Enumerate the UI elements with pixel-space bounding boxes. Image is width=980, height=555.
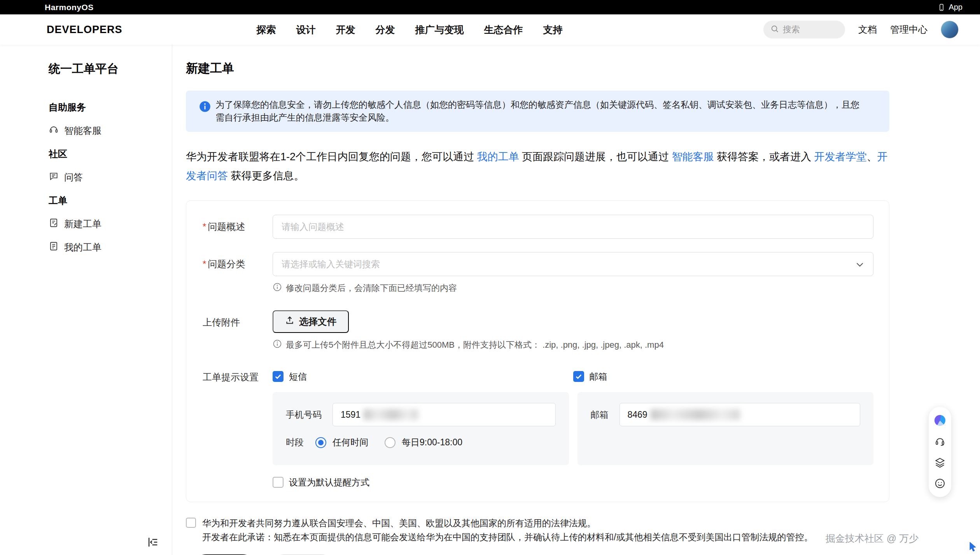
nav-item-develop[interactable]: 开发 — [336, 23, 355, 36]
avatar[interactable] — [941, 21, 959, 39]
harmonyos-brand: HarmonyOS — [45, 3, 94, 12]
radio-daily-unselected[interactable] — [385, 437, 396, 448]
sidebar-item-label: 智能客服 — [64, 124, 102, 137]
smiley-icon[interactable] — [929, 473, 951, 494]
main-content: 新建工单 为了保障您的信息安全，请勿上传您的敏感个人信息（如您的密码等信息）和您… — [172, 45, 980, 555]
phone-redacted-blur — [364, 409, 418, 420]
nav-item-distribute[interactable]: 分发 — [376, 23, 395, 36]
nav-link-docs[interactable]: 文档 — [858, 23, 877, 36]
default-reminder-checkbox[interactable]: 设置为默认提醒方式 — [273, 474, 873, 490]
category-row: *问题分类 请选择或输入关键词搜索 修改问题分类后，会清除下面已经填 — [203, 252, 873, 294]
attachment-field: 选择文件 最多可上传5个附件且总大小不得超过500MB，附件支持以下格式： .z… — [273, 310, 873, 351]
email-panel: 邮箱 8469 — [578, 392, 874, 465]
attachment-note: 最多可上传5个附件且总大小不得超过500MB，附件支持以下格式： .zip, .… — [273, 339, 873, 351]
sms-checkbox[interactable]: 短信 — [273, 369, 573, 384]
collapse-sidebar-icon[interactable] — [146, 536, 159, 549]
service-icon[interactable] — [929, 431, 951, 452]
main-navbar: DEVELOPERS 探索 设计 开发 分发 推广与变现 生态合作 支持 搜索 … — [0, 14, 980, 45]
sidebar-item-smart-service[interactable]: 智能客服 — [49, 119, 172, 142]
juejin-logo-icon[interactable] — [929, 410, 951, 431]
upload-icon — [285, 316, 294, 327]
nav-link-console[interactable]: 管理中心 — [890, 23, 928, 36]
agreement-line-2: 开发者在此承诺：知悉在本页面提供的信息可能会发送给华为在中国的支持团队，并确认待… — [202, 530, 813, 544]
nav-item-design[interactable]: 设计 — [296, 23, 316, 36]
checkbox-checked-icon[interactable] — [273, 371, 284, 382]
agreement-checkbox[interactable] — [186, 518, 196, 528]
link-smart-service[interactable]: 智能客服 — [672, 151, 714, 163]
sidebar-title: 统一工单平台 — [49, 61, 172, 77]
phone-input[interactable]: 1591 — [332, 403, 556, 426]
ticket-form-card: *问题概述 请输入问题概述 *问题分类 请选择或输入关键词搜索 — [186, 200, 889, 502]
phone-icon — [938, 4, 945, 11]
radio-daily-label[interactable]: 每日9:00-18:00 — [402, 436, 462, 448]
choose-file-label: 选择文件 — [299, 315, 336, 328]
headset-icon — [49, 124, 59, 137]
search-placeholder: 搜索 — [783, 24, 800, 35]
search-icon — [770, 25, 779, 35]
attachment-note-text: 最多可上传5个附件且总大小不得超过500MB，附件支持以下格式： .zip, .… — [286, 339, 664, 351]
sidebar-item-new-ticket[interactable]: 新建工单 — [49, 212, 172, 236]
radio-anytime-selected[interactable] — [315, 437, 326, 448]
intro-text: 获得答案，或者进入 — [714, 151, 814, 163]
radio-anytime-label[interactable]: 任何时间 — [332, 436, 368, 448]
floating-toolbar — [929, 407, 951, 497]
security-banner: 为了保障您的信息安全，请勿上传您的敏感个人信息（如您的密码等信息）和您的敏感资产… — [186, 91, 889, 132]
chat-icon — [49, 171, 59, 184]
agreement-text: 华为和开发者共同努力遵从联合国安理会、中国、美国、欧盟以及其他国家的所有适用的法… — [202, 516, 813, 544]
category-select[interactable]: 请选择或输入关键词搜索 — [273, 252, 873, 276]
sidebar-item-my-tickets[interactable]: 我的工单 — [49, 236, 172, 259]
required-asterisk: * — [203, 221, 206, 232]
search-input[interactable]: 搜索 — [763, 21, 845, 39]
intro-text: 、 — [867, 151, 877, 163]
phone-label: 手机号码 — [286, 409, 322, 421]
email-checkbox-label: 邮箱 — [590, 371, 607, 383]
link-dev-academy[interactable]: 开发者学堂 — [814, 151, 867, 163]
nav-item-ecosystem[interactable]: 生态合作 — [484, 23, 523, 36]
intro-text: 华为开发者联盟将在1-2个工作日内回复您的问题，您可以通过 — [186, 151, 477, 163]
screen: HarmonyOS App DEVELOPERS 探索 设计 开发 分发 推广与… — [0, 0, 980, 555]
summary-label: *问题概述 — [203, 215, 273, 239]
attachment-row: 上传附件 选择文件 最多可上传5个附件且总大小不得超过5 — [203, 310, 873, 351]
nav-item-monetize[interactable]: 推广与变现 — [415, 23, 464, 36]
developers-logo[interactable]: DEVELOPERS — [47, 24, 122, 36]
nav-item-explore[interactable]: 探索 — [257, 23, 276, 36]
sidebar-item-label: 问答 — [64, 171, 83, 184]
chevron-down-icon[interactable] — [855, 259, 865, 271]
email-input[interactable]: 8469 — [620, 403, 861, 426]
checkbox-unchecked-icon[interactable] — [273, 477, 284, 488]
top-black-bar: HarmonyOS App — [0, 0, 980, 14]
email-label: 邮箱 — [591, 409, 609, 421]
link-my-tickets[interactable]: 我的工单 — [477, 151, 519, 163]
info-outline-icon — [273, 339, 282, 351]
category-label: *问题分类 — [203, 252, 273, 294]
watermark: 掘金技术社区 @ 万少 — [826, 532, 919, 545]
nav-right-cluster: 搜索 文档 管理中心 — [763, 21, 959, 39]
notify-panels: 手机号码 1591 时段 任何时间 — [273, 392, 873, 465]
notify-row: 工单提示设置 短信 — [203, 369, 873, 490]
new-ticket-icon — [49, 218, 59, 230]
category-note-text: 修改问题分类后，会清除下面已经填写的内容 — [286, 282, 457, 294]
sidebar-group-selfservice: 自助服务 — [49, 96, 172, 119]
sms-panel: 手机号码 1591 时段 任何时间 — [273, 392, 569, 465]
choose-file-button[interactable]: 选择文件 — [273, 310, 349, 333]
app-download-button[interactable]: App — [938, 3, 962, 12]
email-checkbox[interactable]: 邮箱 — [573, 369, 874, 384]
intro-paragraph: 华为开发者联盟将在1-2个工作日内回复您的问题，您可以通过 我的工单 页面跟踪问… — [186, 147, 889, 186]
email-row: 邮箱 8469 — [591, 403, 861, 426]
nav-item-support[interactable]: 支持 — [543, 23, 563, 36]
sidebar-item-qa[interactable]: 问答 — [49, 166, 172, 189]
summary-input[interactable]: 请输入问题概述 — [273, 215, 873, 239]
category-note: 修改问题分类后，会清除下面已经填写的内容 — [273, 282, 873, 294]
phone-row: 手机号码 1591 — [286, 403, 556, 426]
notify-label: 工单提示设置 — [203, 369, 273, 490]
checkbox-checked-icon[interactable] — [573, 371, 584, 382]
agreement-line-1: 华为和开发者共同努力遵从联合国安理会、中国、美国、欧盟以及其他国家的所有适用的法… — [202, 516, 813, 530]
email-redacted-blur — [651, 409, 740, 420]
category-placeholder: 请选择或输入关键词搜索 — [282, 258, 380, 270]
layers-icon[interactable] — [929, 452, 951, 473]
intro-text: 获得更多信息。 — [228, 170, 304, 182]
agreement-section: 华为和开发者共同努力遵从联合国安理会、中国、美国、欧盟以及其他国家的所有适用的法… — [186, 516, 889, 544]
summary-placeholder: 请输入问题概述 — [282, 221, 344, 233]
required-asterisk: * — [203, 259, 206, 269]
summary-row: *问题概述 请输入问题概述 — [203, 215, 873, 239]
